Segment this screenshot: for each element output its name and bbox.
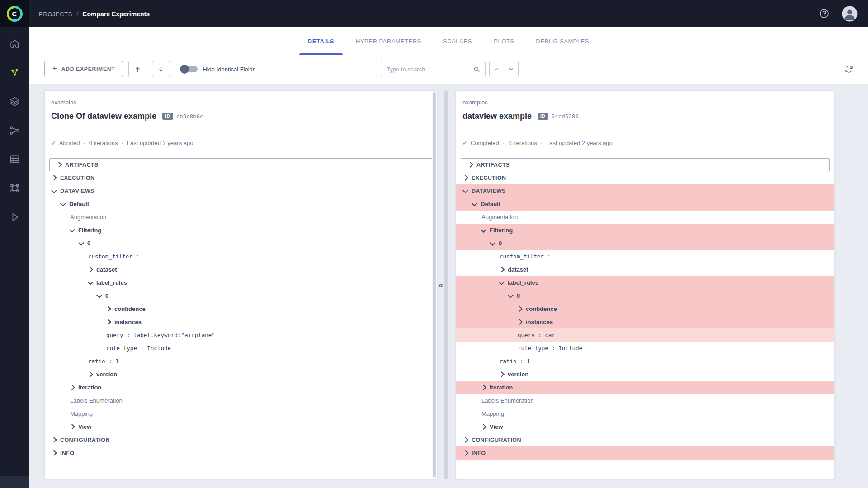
sort-down-button[interactable]	[152, 61, 170, 77]
tab-details[interactable]: DETAILS	[307, 27, 335, 55]
experiment-title-row: Clone Of dataview example ID cb9c0b6e	[51, 111, 430, 121]
chevron-right-icon[interactable]	[462, 175, 468, 181]
help-icon[interactable]	[819, 8, 830, 19]
clearml-logo[interactable]: C	[0, 0, 29, 27]
tree-row-label: DATAVIEWS	[60, 188, 94, 194]
tab-plots[interactable]: PLOTS	[493, 27, 515, 55]
tree-row-label-rules[interactable]: label_rules	[456, 276, 834, 289]
chevron-right-icon[interactable]	[56, 162, 62, 168]
sidebar-item-annotator[interactable]	[0, 174, 29, 202]
chevron-right-icon[interactable]	[87, 267, 93, 272]
chevron-right-icon[interactable]	[51, 450, 57, 456]
tree-row-iteration[interactable]: Iteration	[456, 381, 834, 394]
chevron-down-icon[interactable]	[499, 279, 505, 285]
tree-row-label: version	[96, 371, 117, 378]
sidebar-item-datasets[interactable]	[0, 87, 29, 116]
tree-row-label: Augmentation	[481, 214, 518, 221]
tree-row-0[interactable]: 0	[456, 289, 834, 302]
tree-row-execution[interactable]: EXECUTION	[45, 171, 437, 184]
tree-row-label-rules[interactable]: label_rules	[45, 276, 437, 289]
tree-row-artifacts[interactable]: ARTIFACTS	[461, 158, 830, 171]
chevron-right-icon[interactable]	[517, 319, 523, 325]
chevron-down-icon[interactable]	[87, 279, 93, 285]
hide-identical-toggle[interactable]	[181, 66, 198, 72]
tree-row-view[interactable]: View	[45, 420, 437, 433]
user-avatar-icon[interactable]	[841, 5, 858, 22]
chevron-right-icon[interactable]	[69, 424, 75, 430]
status-text: Aborted	[59, 140, 80, 146]
refresh-button[interactable]	[843, 63, 855, 75]
chevron-down-icon[interactable]	[96, 292, 102, 298]
chevron-right-icon[interactable]	[499, 371, 505, 377]
tree-row-dataviews[interactable]: DATAVIEWS	[456, 184, 834, 197]
chevron-right-icon[interactable]	[517, 306, 523, 312]
tree-row-artifacts[interactable]: ARTIFACTS	[49, 158, 432, 171]
tree-row-dataset[interactable]: dataset	[456, 263, 834, 276]
tree-row-info[interactable]: INFO	[456, 446, 834, 460]
tree-row-labels-enumeration: Labels Enumeration	[456, 394, 834, 407]
tree-row-filtering[interactable]: Filtering	[456, 224, 834, 237]
tree-row-instances[interactable]: instances	[456, 315, 834, 328]
sort-up-button[interactable]	[128, 61, 146, 77]
tree-row-dataviews[interactable]: DATAVIEWS	[45, 184, 437, 197]
breadcrumb-projects-link[interactable]: PROJECTS	[39, 11, 72, 18]
tree-row-configuration[interactable]: CONFIGURATION	[456, 433, 834, 446]
chevron-right-icon[interactable]	[51, 175, 57, 181]
tree-row-confidence[interactable]: confidence	[45, 302, 437, 315]
chevron-down-icon[interactable]	[472, 201, 477, 206]
chevron-down-icon[interactable]	[60, 201, 66, 206]
tree-row-default[interactable]: Default	[45, 197, 437, 211]
add-experiment-label: ADD EXPERIMENT	[61, 66, 115, 72]
chevron-right-icon[interactable]	[467, 162, 473, 168]
tree-row-confidence[interactable]: confidence	[456, 302, 834, 315]
sidebar-item-pipelines[interactable]	[0, 116, 29, 145]
tree-row-info[interactable]: INFO	[45, 446, 437, 460]
tree-row-iteration[interactable]: Iteration	[45, 381, 437, 394]
tree-row-version[interactable]: version	[45, 368, 437, 381]
chevron-down-icon[interactable]	[69, 227, 75, 233]
chevron-right-icon[interactable]	[105, 319, 111, 325]
search-next-button[interactable]	[504, 61, 518, 77]
tree-row-label: Iteration	[490, 384, 513, 391]
tree-row-0[interactable]: 0	[45, 289, 437, 302]
chevron-right-icon[interactable]	[499, 267, 505, 272]
chevron-down-icon[interactable]	[508, 292, 514, 298]
chevron-down-icon[interactable]	[78, 240, 84, 246]
chevron-down-icon[interactable]	[490, 240, 495, 246]
chevron-right-icon[interactable]	[87, 371, 93, 377]
chevron-right-icon[interactable]	[462, 437, 468, 443]
chevron-right-icon[interactable]	[481, 424, 486, 430]
panel-divider[interactable]	[444, 90, 448, 479]
tree-row-0[interactable]: 0	[45, 237, 437, 250]
tree-row-label: Iteration	[78, 384, 101, 391]
tree-row-label: rule type : Include	[106, 345, 171, 352]
search-input[interactable]	[381, 66, 473, 73]
sidebar-item-home[interactable]	[0, 29, 29, 58]
chevron-right-icon[interactable]	[481, 385, 486, 390]
tree-row-view[interactable]: View	[456, 420, 834, 433]
tree-row-filtering[interactable]: Filtering	[45, 224, 437, 237]
sidebar-item-projects[interactable]	[0, 58, 29, 87]
search-icon[interactable]	[473, 66, 481, 73]
tree-row-instances[interactable]: instances	[45, 315, 437, 328]
search-prev-button[interactable]	[490, 61, 504, 77]
sidebar-item-queues[interactable]	[0, 145, 29, 174]
chevron-right-icon[interactable]	[51, 437, 57, 443]
chevron-down-icon[interactable]	[481, 227, 486, 233]
tree-row-version[interactable]: version	[456, 368, 834, 381]
tree-row-execution[interactable]: EXECUTION	[456, 171, 834, 184]
chevron-down-icon[interactable]	[51, 188, 57, 193]
sidebar-item-applications[interactable]	[0, 202, 29, 231]
chevron-right-icon[interactable]	[69, 385, 75, 390]
add-experiment-button[interactable]: + ADD EXPERIMENT	[44, 61, 123, 77]
chevron-right-icon[interactable]	[462, 450, 468, 456]
tree-row-configuration[interactable]: CONFIGURATION	[45, 433, 437, 446]
tab-hyper-parameters[interactable]: HYPER PARAMETERS	[355, 27, 422, 55]
tree-row-dataset[interactable]: dataset	[45, 263, 437, 276]
chevron-right-icon[interactable]	[105, 306, 111, 312]
chevron-down-icon[interactable]	[462, 188, 468, 193]
tree-row-default[interactable]: Default	[456, 197, 834, 211]
tab-scalars[interactable]: SCALARS	[442, 27, 473, 55]
tree-row-0[interactable]: 0	[456, 237, 834, 250]
tab-debug-samples[interactable]: DEBUG SAMPLES	[535, 27, 590, 55]
